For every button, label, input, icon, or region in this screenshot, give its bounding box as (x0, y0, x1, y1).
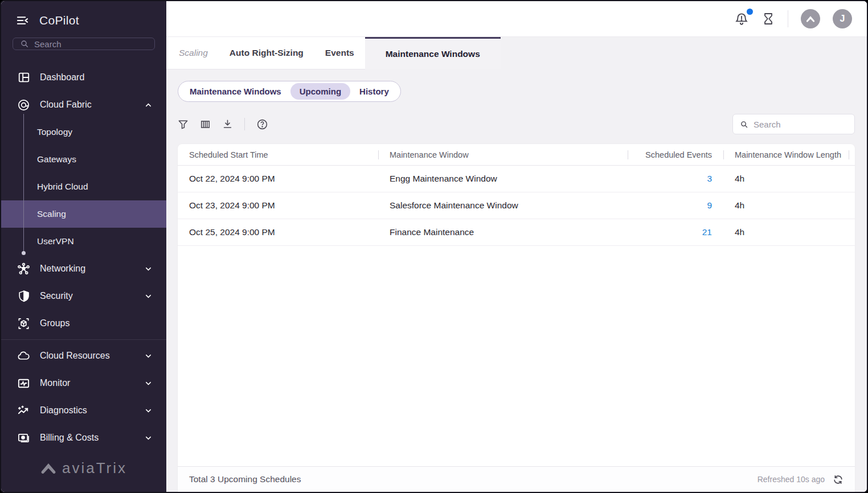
chevron-down-icon[interactable] (144, 352, 153, 360)
sidebar-item-diagnostics[interactable]: Diagnostics (1, 397, 166, 424)
chevron-down-icon[interactable] (144, 434, 153, 442)
segment-upcoming[interactable]: Upcoming (290, 83, 350, 100)
column-header-scheduled-start-time[interactable]: Scheduled Start Time (178, 150, 378, 159)
sidebar-item-monitor[interactable]: Monitor (1, 369, 166, 397)
sidebar-item-label: Dashboard (40, 72, 153, 83)
sidebar-header: CoPilot (1, 1, 166, 32)
aviatrix-logo-text: aviaTrix (62, 459, 127, 477)
content-area: Maintenance Windows Upcoming History (166, 69, 867, 492)
chevron-down-icon[interactable] (144, 406, 153, 415)
sidebar: CoPilot Dashboard Cloud Fabric (1, 1, 166, 492)
cell-scheduled-events: 3 (628, 174, 723, 184)
billing-icon (17, 432, 30, 445)
sidebar-item-topology[interactable]: Topology (1, 118, 166, 146)
column-header-scheduled-events[interactable]: Scheduled Events (628, 150, 723, 159)
chevron-down-icon[interactable] (144, 292, 153, 301)
sidebar-item-security[interactable]: Security (1, 282, 166, 310)
cell-scheduled-events: 9 (628, 200, 723, 211)
cell-start-time: Oct 22, 2024 9:00 PM (178, 174, 378, 184)
refresh-icon[interactable] (833, 474, 844, 485)
tab-events[interactable]: Events (314, 37, 365, 69)
networking-icon (17, 262, 30, 276)
aviatrix-account-avatar[interactable] (801, 9, 820, 28)
sidebar-item-label: Security (40, 291, 134, 301)
user-avatar[interactable]: J (833, 9, 852, 28)
table-search[interactable] (732, 114, 855, 134)
tab-scaling[interactable]: Scaling (166, 37, 219, 69)
filter-icon[interactable] (178, 119, 189, 130)
sidebar-subitem-label: UserVPN (37, 236, 74, 246)
security-icon (17, 290, 30, 303)
segment-history[interactable]: History (350, 83, 398, 100)
sidebar-subitem-label: Gateways (37, 154, 76, 165)
sidebar-item-cloud-fabric[interactable]: Cloud Fabric (1, 91, 166, 118)
sidebar-subitem-label: Hybrid Cloud (37, 182, 88, 192)
sidebar-item-label: Cloud Resources (40, 351, 134, 361)
dashboard-icon (17, 71, 30, 84)
collapse-menu-icon[interactable] (16, 14, 29, 27)
sidebar-item-label: Cloud Fabric (40, 100, 134, 110)
notification-badge (747, 9, 753, 15)
segment-maintenance-windows[interactable]: Maintenance Windows (181, 83, 290, 100)
aviatrix-mark-icon (40, 462, 56, 475)
tab-auto-right-sizing[interactable]: Auto Right-Sizing (219, 37, 314, 69)
sidebar-item-label: Groups (40, 318, 153, 328)
app-title: CoPilot (39, 14, 79, 27)
table-row: Oct 23, 2024 9:00 PM Salesforce Maintena… (178, 192, 855, 219)
tab-bar-filler (501, 37, 867, 69)
cell-window-length: 4h (723, 200, 855, 211)
scheduled-events-link[interactable]: 21 (702, 227, 712, 237)
maintenance-table-card: Scheduled Start Time Maintenance Window … (178, 144, 855, 492)
sidebar-item-cloud-resources[interactable]: Cloud Resources (1, 342, 166, 369)
sidebar-search-input[interactable] (34, 39, 148, 49)
sidebar-item-gateways[interactable]: Gateways (1, 146, 166, 173)
tab-maintenance-windows[interactable]: Maintenance Windows (365, 37, 501, 69)
column-header-maintenance-window-length[interactable]: Maintenance Window Length (723, 150, 855, 159)
chevron-down-icon[interactable] (144, 379, 153, 388)
notifications-bell-icon[interactable] (734, 11, 749, 26)
sidebar-item-dashboard[interactable]: Dashboard (1, 64, 166, 91)
cell-start-time: Oct 23, 2024 9:00 PM (178, 200, 378, 211)
cloud-fabric-icon (17, 98, 30, 112)
sidebar-item-networking[interactable]: Networking (1, 255, 166, 282)
table-search-input[interactable] (754, 120, 847, 129)
help-icon[interactable] (256, 118, 268, 130)
hourglass-tasks-icon[interactable] (761, 11, 775, 26)
topbar: J (166, 1, 867, 37)
cloud-resources-icon (17, 350, 30, 363)
sidebar-search[interactable] (13, 38, 155, 50)
tab-bar: Scaling Auto Right-Sizing Events Mainten… (166, 37, 867, 69)
sidebar-item-label: Billing & Costs (40, 433, 134, 443)
search-icon (20, 39, 29, 48)
sidebar-item-billing-costs[interactable]: Billing & Costs (1, 424, 166, 451)
sidebar-item-label: Diagnostics (40, 405, 134, 416)
table-row: Oct 25, 2024 9:00 PM Finance Maintenance… (178, 219, 855, 246)
sidebar-item-uservpn[interactable]: UserVPN (1, 228, 166, 255)
scheduled-events-link[interactable]: 3 (707, 174, 712, 183)
chevron-down-icon[interactable] (144, 265, 153, 273)
column-header-maintenance-window[interactable]: Maintenance Window (378, 150, 628, 159)
sidebar-item-hybrid-cloud[interactable]: Hybrid Cloud (1, 173, 166, 200)
sidebar-item-scaling[interactable]: Scaling (1, 200, 166, 228)
cloud-fabric-subnav: Topology Gateways Hybrid Cloud Scaling U… (1, 118, 166, 255)
groups-icon (17, 317, 30, 330)
diagnostics-icon (17, 404, 30, 417)
cell-start-time: Oct 25, 2024 9:00 PM (178, 227, 378, 237)
sidebar-item-label: Networking (40, 264, 134, 274)
sidebar-nav: Dashboard Cloud Fabric Topology Gateways… (1, 64, 166, 451)
aviatrix-logo: aviaTrix (1, 451, 166, 492)
total-count-text: Total 3 Upcoming Schedules (189, 474, 301, 484)
columns-icon[interactable] (200, 119, 211, 130)
search-icon (740, 120, 748, 129)
download-icon[interactable] (222, 119, 233, 130)
scheduled-events-link[interactable]: 9 (707, 200, 712, 210)
cell-window-name: Finance Maintenance (378, 227, 628, 237)
topbar-divider (788, 10, 788, 27)
cell-window-name: Engg Maintenance Window (378, 174, 628, 184)
chevron-up-icon[interactable] (144, 101, 153, 109)
cell-window-length: 4h (723, 174, 855, 184)
sidebar-divider (1, 339, 166, 340)
sidebar-item-groups[interactable]: Groups (1, 310, 166, 337)
table-empty-space (178, 246, 855, 466)
sidebar-item-label: Monitor (40, 378, 134, 388)
